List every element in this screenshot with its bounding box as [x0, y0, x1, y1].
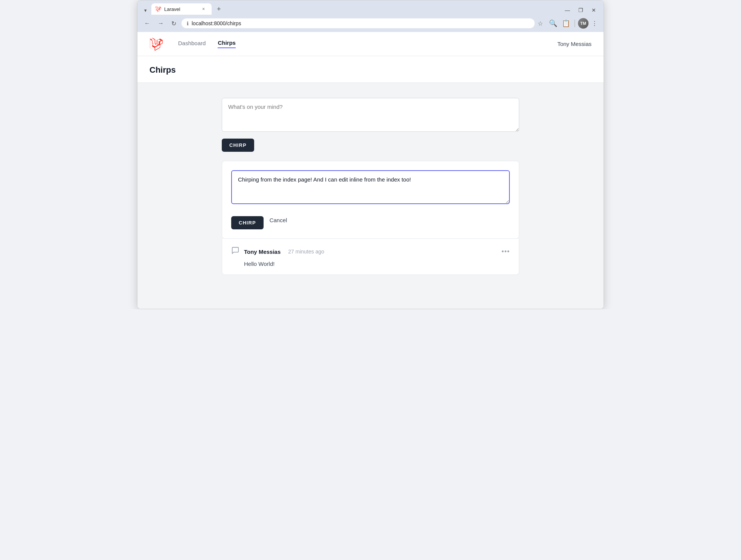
tab-dropdown-btn[interactable]: ▾	[142, 6, 149, 15]
app-logo	[149, 37, 163, 51]
back-btn[interactable]: ←	[142, 18, 152, 28]
edit-chirp-submit-btn[interactable]: CHIRP	[231, 216, 264, 229]
edit-chirp-actions: CHIRP Cancel	[231, 211, 510, 229]
app-navbar: Dashboard Chirps Tony Messias	[137, 32, 604, 56]
address-bar-row: ← → ↻ ℹ localhost:8000/chirps ☆ 🔍 📋 TM ⋮	[137, 15, 604, 32]
tab-title: Laravel	[164, 6, 180, 12]
url-bar[interactable]: ℹ localhost:8000/chirps	[181, 18, 535, 28]
browser-more-btn[interactable]: ⋮	[590, 18, 599, 29]
profile-avatar[interactable]: TM	[578, 18, 589, 29]
tab-close-btn[interactable]: ×	[201, 6, 206, 12]
chirp-item-header: Tony Messias 27 minutes ago •••	[231, 246, 510, 257]
maximize-btn[interactable]: ❐	[575, 6, 586, 15]
nav-dashboard[interactable]: Dashboard	[178, 40, 206, 48]
edit-chirp-card: Chirping from the index page! And I can …	[222, 161, 519, 239]
chirp-body: Hello World!	[244, 261, 510, 267]
edit-chirp-textarea[interactable]: Chirping from the index page! And I can …	[231, 170, 510, 204]
tab-favicon	[155, 6, 161, 12]
security-icon: ℹ	[187, 21, 189, 26]
edit-chirp-cancel-btn[interactable]: Cancel	[270, 217, 287, 223]
page-title: Chirps	[149, 65, 592, 75]
url-text: localhost:8000/chirps	[192, 20, 529, 26]
browser-extensions: 🔍 📋 TM ⋮	[547, 18, 599, 29]
minimize-btn[interactable]: —	[562, 6, 573, 15]
forward-btn[interactable]: →	[156, 18, 166, 28]
reload-btn[interactable]: ↻	[169, 18, 178, 29]
extension-btn-1[interactable]: 🔍	[547, 18, 559, 29]
close-btn[interactable]: ✕	[589, 6, 599, 15]
nav-user-name: Tony Messias	[557, 41, 592, 47]
new-chirp-form: CHIRP	[222, 98, 519, 152]
new-chirp-submit-btn[interactable]: CHIRP	[222, 139, 254, 152]
nav-chirps[interactable]: Chirps	[218, 40, 236, 48]
app-content: Dashboard Chirps Tony Messias Chirps CHI…	[137, 32, 604, 309]
chirp-item-card: Tony Messias 27 minutes ago ••• Hello Wo…	[222, 239, 519, 275]
bookmark-btn[interactable]: ☆	[538, 20, 543, 27]
chirp-bubble-icon	[231, 246, 239, 257]
new-chirp-textarea[interactable]	[222, 98, 519, 132]
new-tab-btn[interactable]: +	[214, 4, 224, 15]
browser-tab-active: Laravel ×	[151, 3, 212, 15]
extension-btn-2[interactable]: 📋	[560, 18, 572, 29]
page-header: Chirps	[137, 56, 604, 83]
main-content: CHIRP Chirping from the index page! And …	[137, 83, 604, 309]
chirp-time: 27 minutes ago	[288, 249, 324, 255]
chirp-more-options-btn[interactable]: •••	[502, 248, 510, 256]
chirp-author: Tony Messias	[244, 249, 281, 255]
